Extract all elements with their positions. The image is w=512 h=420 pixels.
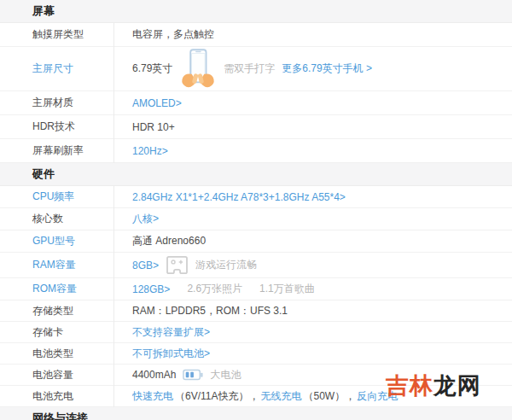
spec-label-hdr: HDR技术 (0, 120, 113, 134)
ram-hint: 游戏运行流畅 (195, 258, 257, 272)
rom-link[interactable]: 128GB> (132, 283, 170, 295)
spec-label-screen-material: 主屏材质 (0, 96, 113, 110)
battery-type-link[interactable]: 不可拆卸式电池> (132, 347, 210, 361)
spec-value-screen-size: 6.79英寸 (132, 61, 172, 76)
screen-rows: 触摸屏类型 电容屏，多点触控 主屏尺寸 6.79英寸 需双手打字 更多6.79英… (0, 23, 512, 163)
watermark-orange-part: 吉林 (386, 373, 433, 399)
rom-hint-photos: 2.6万张照片 (187, 282, 242, 296)
spec-label-cpu-freq[interactable]: CPU频率 (0, 190, 113, 204)
spec-label-touch-type: 触摸屏类型 (0, 27, 113, 42)
phone-in-hands-icon (179, 48, 217, 90)
spec-label-storage-type: 存储类型 (0, 304, 113, 318)
gamepad-icon (166, 255, 189, 275)
ram-link[interactable]: 8GB> (132, 260, 159, 271)
table-row: 屏幕刷新率 120Hz> (0, 139, 512, 163)
refresh-rate-link[interactable]: 120Hz> (132, 145, 168, 157)
spec-label-battery-capacity: 电池容量 (0, 368, 113, 382)
battery-icon (183, 369, 203, 381)
section-header-network: 网络与连接 (0, 407, 512, 420)
table-row: 触摸屏类型 电容屏，多点触控 (0, 23, 512, 47)
more-phones-link[interactable]: 更多6.79英寸手机 > (282, 61, 372, 76)
spec-value-storage-type: RAM：LPDDR5，ROM：UFS 3.1 (132, 304, 288, 318)
table-row: ROM容量 128GB> 2.6万张照片 1.1万首歌曲 (0, 278, 512, 300)
spec-value-battery-capacity: 4400mAh (132, 369, 176, 381)
table-row: CPU频率 2.84GHz X1*1+2.4GHz A78*3+1.8GHz A… (0, 186, 512, 208)
cores-link[interactable]: 八核> (132, 212, 159, 226)
spec-value-touch-type: 电容屏，多点触控 (132, 27, 214, 42)
spec-label-cores: 核心数 (0, 212, 113, 226)
cpu-freq-link[interactable]: 2.84GHz X1*1+2.4GHz A78*3+1.8GHz A55*4> (132, 191, 346, 203)
table-row: HDR技术 HDR 10+ (0, 115, 512, 139)
wireless-charge-spec: （50W）， (303, 389, 355, 404)
wireless-charge-link[interactable]: 无线充电 (260, 389, 301, 404)
table-row: 存储卡 不支持容量扩展> (0, 322, 512, 343)
storage-card-link[interactable]: 不支持容量扩展> (132, 325, 210, 340)
spec-value-gpu: 高通 Adreno660 (132, 234, 206, 248)
spec-label-screen-size[interactable]: 主屏尺寸 (0, 61, 113, 76)
spec-label-storage-card: 存储卡 (0, 325, 113, 340)
table-row: 主屏尺寸 6.79英寸 需双手打字 更多6.79英寸手机 > (0, 47, 512, 91)
section-header-hardware: 硬件 (0, 163, 512, 186)
section-header-screen: 屏幕 (0, 0, 512, 23)
watermark-dark-part: 龙网 (433, 373, 481, 399)
spec-label-refresh-rate: 屏幕刷新率 (0, 143, 113, 158)
table-row: 主屏材质 AMOLED> (0, 91, 512, 115)
screen-material-link[interactable]: AMOLED> (132, 97, 182, 109)
rom-hint-songs: 1.1万首歌曲 (259, 282, 315, 296)
spec-label-battery-charging: 电池充电 (0, 389, 113, 404)
spec-value-hdr: HDR 10+ (132, 121, 175, 133)
table-row: 存储类型 RAM：LPDDR5，ROM：UFS 3.1 (0, 300, 512, 322)
screen-size-hint: 需双手打字 (224, 61, 275, 76)
watermark: 吉林龙网 (386, 370, 481, 401)
table-row: GPU型号 高通 Adreno660 (0, 230, 512, 253)
spec-label-rom[interactable]: ROM容量 (0, 282, 113, 296)
spec-label-battery-type: 电池类型 (0, 347, 113, 361)
fast-charge-spec: （6V/11A快充）， (175, 389, 259, 404)
fast-charge-link[interactable]: 快速充电 (132, 389, 173, 404)
table-row: RAM容量 8GB> 游戏运行流畅 (0, 253, 512, 278)
spec-label-gpu[interactable]: GPU型号 (0, 234, 113, 248)
table-row: 电池类型 不可拆卸式电池> (0, 343, 512, 365)
spec-label-ram[interactable]: RAM容量 (0, 258, 113, 272)
table-row: 核心数 八核> (0, 208, 512, 230)
battery-capacity-hint: 大电池 (210, 368, 241, 382)
